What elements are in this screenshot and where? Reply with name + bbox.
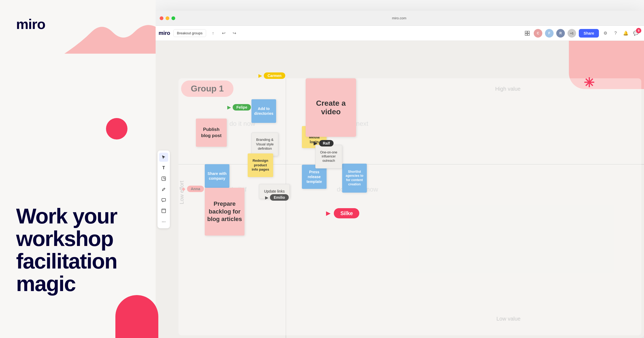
sticky-one-on-one[interactable]: One-on-one influencer outreach (315, 145, 342, 168)
frame-tool[interactable] (159, 206, 168, 215)
ralf-cursor-arrow: ▶ (314, 140, 317, 146)
avatar-1: C (534, 29, 542, 38)
help-icon[interactable]: ? (612, 30, 619, 37)
red-circle-decoration-1 (106, 118, 127, 139)
sticky-branding-visual[interactable]: Branding & Visual style definition (251, 133, 278, 156)
app-toolbar: miro Breakout groups ↑ ↩ ↪ C F R +1 Shar… (154, 26, 644, 41)
sidebar-tools: T ··· (158, 150, 170, 228)
silke-label: Silke (334, 208, 359, 218)
svg-rect-2 (525, 34, 527, 35)
anna-cursor-arrow: ◆ (182, 186, 185, 192)
sticky-publish-blog-text: Publish blog post (199, 127, 224, 138)
canvas-area: T ··· Group 1 High value Low value (154, 41, 644, 338)
browser-chrome: miro.com (154, 11, 644, 26)
sticky-redesign-text: Redesign product info pages (250, 159, 270, 172)
svg-rect-6 (162, 209, 166, 213)
avatar-2: F (545, 29, 554, 38)
avatar-plus: +1 (568, 29, 576, 38)
sticky-update-links-text: Update links (264, 189, 285, 194)
left-panel: miro Work your workshop facilitation mag… (0, 0, 156, 338)
sticky-shortlist-agencies[interactable]: Shortlist agencies to for content creati… (342, 164, 367, 193)
svg-rect-4 (162, 177, 166, 181)
sticky-shortlist-text: Shortlist agencies to for content creati… (345, 170, 364, 186)
sticky-share-company-text: Share with company (207, 171, 227, 181)
ralf-label: Ralf (319, 140, 334, 146)
red-circle-decoration-2 (115, 295, 158, 338)
felipe-cursor-arrow: ▶ (227, 104, 231, 110)
traffic-light-red[interactable] (160, 16, 163, 20)
board-background (178, 78, 641, 335)
hero-text-content: Work your workshop facilitation magic (16, 204, 117, 296)
toolbar-right: C F R +1 Share ⚙ ? 🔔 💬 9 (524, 29, 640, 38)
cursor-emilio: ▶ Emilio (265, 194, 289, 201)
miro-logo: miro (16, 16, 45, 32)
cursor-ralf: ▶ Ralf (314, 140, 334, 146)
undo-btn[interactable]: ↩ (220, 30, 228, 37)
sticky-share-company[interactable]: Share with company (205, 164, 229, 188)
svg-rect-5 (162, 199, 166, 201)
svg-rect-0 (525, 31, 527, 33)
comment-tool[interactable] (159, 196, 168, 205)
star-decoration: ✳ (584, 75, 594, 90)
silke-cursor-arrow: ▶ (326, 210, 331, 216)
toolbar-logo: miro (159, 30, 170, 36)
upload-btn[interactable]: ↑ (209, 30, 217, 37)
sticky-create-video[interactable]: Create a video (306, 78, 356, 137)
sticky-add-directories[interactable]: Add to directories (251, 99, 276, 123)
svg-rect-3 (528, 34, 529, 35)
cursor-anna: ◆ Anna (182, 186, 204, 192)
traffic-lights (160, 16, 175, 20)
sticky-note-tool[interactable] (159, 174, 168, 183)
cursor-carmen: ▶ Carmen (258, 72, 285, 79)
chat-container: 💬 9 (632, 30, 640, 37)
browser-window: miro.com miro Breakout groups ↑ ↩ ↪ C F … (154, 11, 644, 338)
wave-decoration (64, 0, 156, 54)
cursor-silke: ▶ Silke (326, 210, 359, 217)
browser-url: miro.com (392, 16, 406, 20)
share-button[interactable]: Share (579, 29, 599, 38)
sticky-prepare-backlog[interactable]: Prepare backlog for blog articles (205, 188, 244, 236)
sticky-press-release-text: Press release template (305, 170, 324, 184)
sticky-add-directories-text: Add to directories (254, 106, 273, 116)
svg-rect-1 (528, 31, 529, 33)
text-tool[interactable]: T (159, 163, 168, 172)
board-name-btn[interactable]: Breakout groups (173, 29, 206, 37)
sticky-create-video-text: Create a video (310, 99, 352, 116)
carmen-cursor-arrow: ▶ (258, 73, 262, 79)
sticky-redesign-product[interactable]: Redesign product info pages (248, 153, 273, 177)
felipe-label: Felipe (233, 104, 251, 111)
emilio-cursor-arrow: ▶ (265, 195, 268, 200)
pen-tool[interactable] (159, 185, 168, 194)
settings-icon[interactable]: ⚙ (602, 30, 609, 37)
sticky-branding-text: Branding & Visual style definition (254, 138, 275, 151)
notifications-icon[interactable]: 🔔 (622, 30, 630, 37)
notification-badge: 9 (636, 28, 641, 33)
carmen-label: Carmen (264, 72, 285, 79)
sticky-one-on-one-text: One-on-one influencer outreach (318, 150, 339, 163)
cursor-felipe: ▶ Felipe (227, 104, 251, 111)
grid-icon[interactable] (524, 30, 531, 37)
avatar-3: R (556, 29, 565, 38)
sticky-publish-blog[interactable]: Publish blog post (196, 119, 227, 147)
hero-text: Work your workshop facilitation magic (16, 205, 156, 295)
more-tools[interactable]: ··· (159, 217, 168, 226)
board-content: Group 1 High value Low value Low effort … (154, 41, 644, 338)
select-tool[interactable] (159, 153, 168, 162)
traffic-light-green[interactable] (171, 16, 175, 20)
board-name-label: Breakout groups (177, 31, 202, 35)
traffic-light-yellow[interactable] (166, 16, 169, 20)
anna-label: Anna (187, 186, 204, 192)
redo-btn[interactable]: ↪ (231, 30, 238, 37)
emilio-label: Emilio (270, 194, 289, 201)
sticky-backlog-text: Prepare backlog for blog articles (205, 200, 244, 223)
